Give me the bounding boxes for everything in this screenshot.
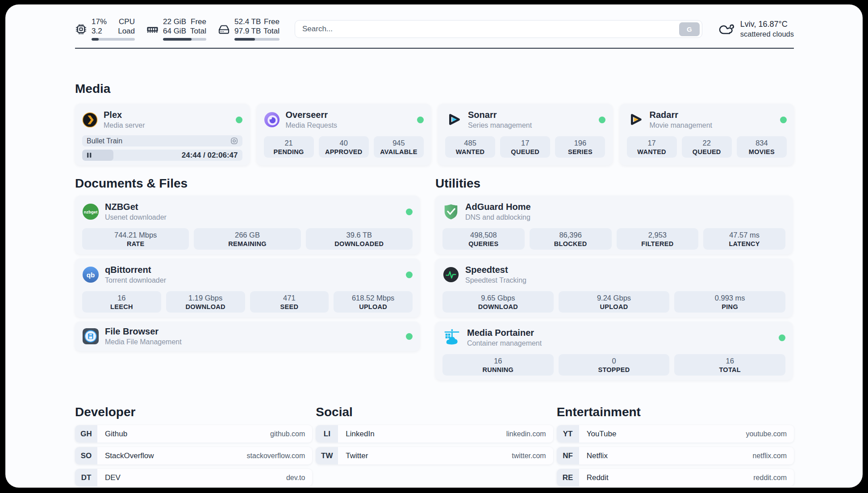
bookmark-name: Netflix [587, 451, 608, 460]
bookmark-abbr: GH [75, 425, 97, 443]
bookmark-github[interactable]: GH Github github.com [75, 425, 312, 443]
stat-value: 471 [283, 294, 296, 302]
stat-value: 40 [340, 139, 348, 147]
app-name: Plex [104, 110, 145, 120]
stat-value: 21 [284, 139, 292, 147]
stat-value: 16 [494, 357, 502, 365]
search-engine-button[interactable]: G [679, 22, 700, 36]
stat-queued: 22 QUEUED [682, 136, 732, 158]
dashboard-page: 17% 3.2 CPU Load 22 GiB [5, 4, 863, 488]
stat-value: 22 [703, 139, 711, 147]
disk-total-value: 97.9 TB [234, 27, 261, 35]
stat-label: QUEUED [511, 148, 539, 155]
stat-leech: 16 LEECH [82, 291, 161, 313]
pause-icon[interactable] [87, 152, 92, 158]
app-card-nzbget[interactable]: nzbget NZBGet Usenet downloader 744.21 M… [75, 196, 420, 254]
search-input[interactable] [302, 25, 679, 33]
stat-label: AVAILABLE [380, 148, 417, 155]
ram-free-label: Free [191, 17, 206, 26]
disk-icon [218, 23, 230, 35]
section-title-social: Social [316, 405, 553, 420]
app-desc: Media Requests [286, 121, 338, 130]
app-card-qbittorrent[interactable]: qb qBittorrent Torrent downloader 16 LEE… [75, 259, 420, 317]
app-desc: Media server [104, 121, 145, 130]
stat-label: FILTERED [641, 240, 673, 247]
stat-label: LATENCY [729, 240, 760, 247]
stat-download: 9.65 Gbps DOWNLOAD [442, 291, 554, 313]
ram-progress-fill [163, 38, 192, 41]
stat-value: 618.52 Mbps [352, 294, 394, 302]
stat-label: STOPPED [598, 366, 630, 373]
stat-value: 2,953 [648, 231, 667, 239]
app-card-plex[interactable]: Plex Media server Bullet Train [75, 104, 250, 165]
stat-label: DOWNLOAD [478, 303, 518, 310]
app-card-sonarr[interactable]: Sonarr Series management 485 WANTED 17 Q… [438, 104, 613, 165]
ram-progress-bar [163, 38, 206, 41]
stat-value: 0.993 ms [715, 294, 745, 302]
stat-value: 485 [464, 139, 476, 147]
top-bar: 17% 3.2 CPU Load 22 GiB [75, 16, 794, 42]
bookmark-name: LinkedIn [346, 430, 374, 439]
stat-queued: 17 QUEUED [500, 136, 550, 158]
app-card-radarr[interactable]: Radarr Movie management 17 WANTED 22 QUE… [620, 104, 794, 165]
stat-label: WANTED [637, 148, 666, 155]
bookmark-url: twitter.com [512, 452, 546, 460]
bookmark-linkedin[interactable]: LI LinkedIn linkedin.com [316, 425, 553, 443]
app-card-portainer[interactable]: Media Portainer Container management 16 … [435, 322, 793, 380]
portainer-icon [442, 328, 461, 347]
bookmark-netflix[interactable]: NF Netflix netflix.com [557, 447, 794, 464]
status-dot [236, 117, 242, 123]
status-dot [417, 117, 424, 123]
section-title-utilities: Utilities [435, 176, 793, 191]
bookmark-name: Github [105, 430, 127, 439]
status-dot [406, 272, 413, 278]
weather-location-temp: Lviv, 16.87°C [740, 20, 794, 29]
stat-value: 945 [392, 139, 405, 147]
stat-running: 16 RUNNING [442, 354, 554, 376]
bookmark-dev[interactable]: DT DEV dev.to [75, 469, 312, 486]
bookmark-stackoverflow[interactable]: SO StackOverflow stackoverflow.com [75, 447, 312, 464]
app-card-adguard[interactable]: AdGuard Home DNS and adblocking 498,508 … [435, 196, 793, 254]
cpu-load-label: Load [118, 27, 135, 35]
cpu-metric-widget: 17% 3.2 CPU Load [75, 17, 135, 40]
stat-label: APPROVED [325, 148, 363, 155]
player-progress-row[interactable]: 24:44 / 02:06:47 [82, 150, 242, 161]
status-dot [406, 333, 413, 340]
stat-value: 0 [612, 357, 616, 365]
stat-value: 39.6 TB [346, 231, 372, 239]
stat-value: 86,396 [559, 231, 581, 239]
app-card-speedtest[interactable]: Speedtest Speedtest Tracking 9.65 Gbps D… [435, 259, 793, 317]
stat-label: PING [722, 303, 738, 310]
stat-value: 17 [647, 139, 655, 147]
header-divider [75, 48, 794, 49]
bookmark-youtube[interactable]: YT YouTube youtube.com [557, 425, 794, 443]
app-name: Speedtest [465, 265, 526, 275]
section-title-developer: Developer [75, 405, 312, 420]
app-name: Overseerr [286, 110, 338, 120]
stat-label: UPLOAD [600, 303, 628, 310]
bookmark-name: StackOverflow [105, 451, 154, 460]
bookmark-twitter[interactable]: TW Twitter twitter.com [316, 447, 553, 464]
stat-available: 945 AVAILABLE [374, 136, 424, 158]
app-desc: Container management [467, 339, 542, 347]
app-desc: Usenet downloader [105, 213, 167, 221]
stat-value: 744.21 Mbps [114, 231, 157, 239]
stat-ping: 0.993 ms PING [674, 291, 785, 313]
bookmark-url: dev.to [286, 474, 305, 482]
app-card-filebrowser[interactable]: File Browser Media File Management [75, 322, 420, 351]
stat-label: UPLOAD [359, 303, 387, 310]
stat-remaining: 266 GB REMAINING [194, 228, 300, 250]
stat-download: 1.19 Gbps DOWNLOAD [166, 291, 245, 313]
stat-total: 16 TOTAL [674, 354, 785, 376]
disk-total-label: Total [263, 27, 280, 35]
stat-pending: 21 PENDING [264, 136, 314, 158]
bookmark-reddit[interactable]: RE Reddit reddit.com [557, 469, 794, 486]
app-name: Radarr [650, 110, 713, 120]
stat-value: 196 [574, 139, 587, 147]
app-desc: Movie management [650, 121, 713, 130]
app-card-overseerr[interactable]: Overseerr Media Requests 21 PENDING 40 A… [257, 104, 431, 165]
weather-condition: scattered clouds [740, 30, 794, 38]
bookmark-abbr: DT [75, 469, 97, 486]
stat-label: LEECH [110, 303, 133, 310]
stat-value: 17 [521, 139, 529, 147]
